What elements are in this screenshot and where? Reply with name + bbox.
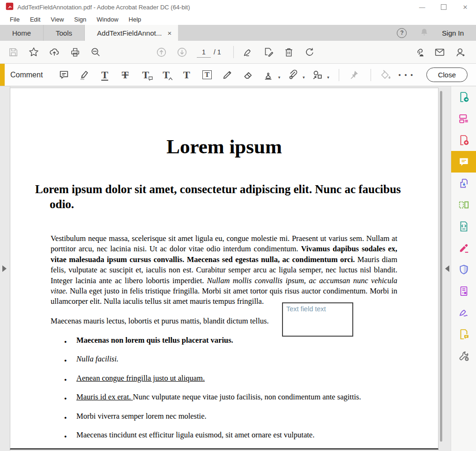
list-item: Maecenas non lorem quis tellus placerat …: [76, 335, 414, 346]
email-icon[interactable]: [431, 44, 448, 60]
organize-pages-icon[interactable]: [451, 194, 476, 216]
attach-file-icon[interactable]: [284, 66, 302, 84]
comment-tool-icon[interactable]: [451, 151, 476, 173]
comment-toolbar: Comment T T T T T T ▾ ▾: [0, 64, 476, 86]
insert-text-icon[interactable]: T: [157, 66, 175, 84]
tab-document[interactable]: AddTextFieldAnnot... ×: [85, 25, 178, 41]
close-window-button[interactable]: ✕: [454, 0, 476, 14]
compress-pdf-icon[interactable]: [451, 216, 476, 237]
scan-ocr-icon[interactable]: [451, 280, 476, 302]
sticky-note-icon[interactable]: [55, 66, 73, 84]
acrobat-window: AddTextFieldAnnotation.pdf - Adobe Acrob…: [0, 0, 476, 451]
list-item: Aenean congue fringilla justo ut aliquam…: [76, 373, 414, 383]
strikethrough-text-icon[interactable]: T: [116, 66, 134, 84]
body-paragraph: Vestibulum neque massa, scelerisque sit …: [51, 233, 397, 307]
menu-help[interactable]: Help: [124, 15, 147, 24]
fill-and-sign-tool-icon[interactable]: [451, 302, 476, 323]
page-count-label: / 1: [214, 48, 221, 56]
share-link-icon[interactable]: [410, 44, 427, 60]
stamp-icon[interactable]: [260, 66, 277, 84]
more-options-icon[interactable]: • • •: [397, 66, 415, 84]
toolbar-divider: [233, 46, 234, 58]
tab-document-label: AddTextFieldAnnot...: [97, 29, 162, 37]
list-item: Mauris id ex erat. Nunc vulputate neque …: [76, 392, 414, 402]
help-icon[interactable]: ?: [397, 28, 407, 38]
text-run: Nunc vulputate neque vitae justo facilis…: [133, 392, 361, 401]
pdf-page: Lorem ipsum Lorem ipsum dolor sit amet, …: [10, 88, 439, 450]
menu-sign[interactable]: Sign: [69, 15, 91, 24]
fill-color-icon[interactable]: [377, 66, 394, 84]
protect-icon[interactable]: [451, 259, 476, 280]
print-icon[interactable]: [67, 44, 83, 60]
search-icon[interactable]: [87, 44, 104, 60]
combine-files-icon[interactable]: [451, 173, 476, 194]
comment-divider-1: [339, 69, 339, 81]
delete-icon[interactable]: [281, 44, 298, 60]
close-comment-button[interactable]: Close: [426, 68, 468, 82]
page-up-icon[interactable]: [153, 44, 170, 60]
pin-icon[interactable]: [345, 66, 363, 84]
menu-window[interactable]: Window: [91, 15, 123, 24]
cloud-upload-icon[interactable]: [46, 44, 63, 60]
menu-file[interactable]: File: [5, 15, 25, 24]
comment-toolbar-label: Comment: [10, 71, 43, 79]
add-text-icon[interactable]: T: [178, 66, 195, 84]
stamp-dropdown-caret[interactable]: ▾: [278, 75, 281, 80]
eraser-icon[interactable]: [239, 66, 257, 84]
star-favorite-icon[interactable]: [25, 44, 42, 60]
list-item: Morbi viverra semper lorem nec molestie.: [76, 411, 414, 421]
maximize-icon: [441, 4, 446, 10]
list-item: Nulla facilisi.: [76, 354, 414, 364]
minimize-button[interactable]: —: [411, 0, 433, 14]
maximize-button[interactable]: [433, 0, 454, 14]
attach-dropdown-caret[interactable]: ▾: [303, 75, 305, 80]
highlight-icon[interactable]: [75, 66, 93, 84]
tab-tools[interactable]: Tools: [44, 25, 85, 41]
text-run: Nulla facilisi.: [76, 354, 119, 363]
menu-bar: File Edit View Sign Window Help: [0, 14, 476, 25]
export-pdf-icon[interactable]: [451, 86, 476, 108]
list-item: Maecenas tincidunt est efficitur ligula …: [76, 430, 414, 440]
save-icon[interactable]: [5, 44, 22, 60]
right-pane-toggle-icon[interactable]: [445, 265, 449, 272]
share-person-icon[interactable]: [452, 44, 469, 60]
document-area: Lorem ipsum Lorem ipsum dolor sit amet, …: [0, 86, 476, 451]
text-box-icon[interactable]: T: [198, 66, 216, 84]
document-title: Lorem ipsum: [10, 135, 438, 158]
notifications-bell-icon[interactable]: [420, 28, 429, 38]
redact-icon[interactable]: [451, 237, 476, 259]
tab-home[interactable]: Home: [0, 25, 44, 41]
tab-close-icon[interactable]: ×: [167, 30, 171, 37]
insert-caret-icon: [168, 76, 173, 82]
second-paragraph: Maecenas mauris lectus, lobortis et puru…: [51, 316, 285, 326]
title-bar: AddTextFieldAnnotation.pdf - Adobe Acrob…: [0, 0, 476, 14]
sign-in-button[interactable]: Sign In: [442, 29, 464, 37]
replace-bubble-icon: [148, 76, 153, 82]
text-run: Maecenas tincidunt est efficitur ligula …: [76, 430, 314, 439]
rotate-icon[interactable]: [301, 44, 318, 60]
bullet-list: Maecenas non lorem quis tellus placerat …: [76, 335, 414, 449]
window-title: AddTextFieldAnnotation.pdf - Adobe Acrob…: [17, 4, 190, 11]
create-pdf-icon[interactable]: [451, 129, 476, 151]
menu-view[interactable]: View: [45, 15, 69, 24]
drawing-tools-icon[interactable]: [308, 66, 326, 84]
text-field-annotation[interactable]: Text field text: [282, 302, 353, 337]
draw-icon[interactable]: [219, 66, 237, 84]
menu-edit[interactable]: Edit: [25, 15, 45, 24]
shapes-dropdown-caret[interactable]: ▾: [327, 75, 329, 80]
document-heading: Lorem ipsum dolor sit amet, consectetur …: [35, 182, 403, 212]
fill-and-sign-icon[interactable]: [260, 44, 277, 60]
page-down-icon[interactable]: [173, 44, 190, 60]
underline-text-icon[interactable]: T: [96, 66, 114, 84]
tools-sidebar: [451, 86, 476, 451]
replace-text-icon[interactable]: T: [137, 66, 155, 84]
sign-pen-icon[interactable]: [239, 44, 256, 60]
vertical-scrollbar[interactable]: [440, 91, 442, 442]
more-tools-icon[interactable]: [451, 345, 476, 367]
left-pane-toggle-icon[interactable]: [2, 265, 7, 272]
main-toolbar: / 1: [0, 41, 476, 64]
page-number-input[interactable]: [197, 47, 211, 58]
send-for-comments-icon[interactable]: [451, 323, 476, 345]
edit-pdf-icon[interactable]: [451, 108, 476, 129]
text-run: Maecenas non lorem quis tellus placerat …: [76, 336, 233, 345]
